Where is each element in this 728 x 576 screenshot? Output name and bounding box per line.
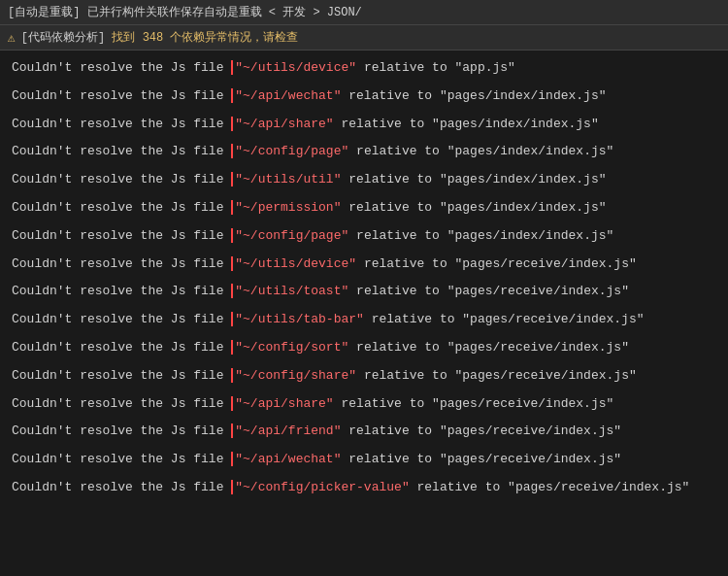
error-middle: relative to — [356, 368, 454, 383]
error-file-path: "~/api/share" — [231, 396, 333, 411]
error-context: "pages/receive/index.js" — [432, 396, 613, 411]
list-item: Couldn't resolve the Js file "~/config/p… — [0, 222, 728, 251]
error-context: "pages/index/index.js" — [447, 228, 614, 243]
list-item: Couldn't resolve the Js file "~/permissi… — [0, 194, 728, 222]
list-item: Couldn't resolve the Js file "~/utils/de… — [0, 251, 728, 279]
error-context: "pages/index/index.js" — [440, 172, 607, 186]
error-file-path: "~/config/sort" — [231, 340, 348, 355]
error-context: "pages/receive/index.js" — [447, 284, 629, 298]
warning-text: [代码依赖分析] 找到 348 个依赖异常情况，请检查 — [21, 29, 299, 46]
error-context: "pages/index/index.js" — [440, 200, 607, 215]
header-title: [自动是重载] 已并行构件关联作保存自动是重载 < 开发 > JSON/ — [8, 6, 362, 19]
error-middle: relative to — [341, 424, 439, 438]
error-file-path: "~/utils/tab-bar" — [231, 312, 364, 326]
error-file-path: "~/config/picker-value" — [231, 480, 409, 494]
error-file-path: "~/utils/device" — [231, 60, 356, 75]
error-file-path: "~/utils/util" — [231, 172, 341, 186]
error-middle: relative to — [341, 452, 439, 466]
error-context: "pages/receive/index.js" — [508, 480, 689, 494]
error-file-path: "~/config/share" — [231, 368, 356, 383]
error-prefix: Couldn't resolve the Js file — [12, 117, 231, 131]
error-prefix: Couldn't resolve the Js file — [12, 284, 231, 298]
error-context: "pages/receive/index.js" — [455, 256, 637, 271]
error-file-path: "~/config/page" — [231, 228, 348, 243]
error-file-path: "~/utils/toast" — [231, 284, 348, 298]
list-item: Couldn't resolve the Js file "~/api/shar… — [0, 390, 728, 419]
error-middle: relative to — [348, 228, 447, 243]
error-file-path: "~/utils/device" — [231, 256, 356, 271]
error-middle: relative to — [341, 88, 439, 103]
error-context: "pages/receive/index.js" — [455, 368, 637, 383]
list-item: Couldn't resolve the Js file "~/api/shar… — [0, 111, 728, 139]
error-middle: relative to — [356, 256, 454, 271]
error-middle: relative to — [356, 60, 454, 75]
error-file-path: "~/api/wechat" — [231, 452, 341, 466]
error-middle: relative to — [334, 117, 432, 131]
error-middle: relative to — [334, 396, 432, 411]
error-middle: relative to — [341, 200, 439, 215]
warning-bar: ⚠ [代码依赖分析] 找到 348 个依赖异常情况，请检查 — [0, 25, 728, 51]
error-prefix: Couldn't resolve the Js file — [12, 480, 231, 494]
error-prefix: Couldn't resolve the Js file — [12, 424, 231, 438]
error-context: "pages/index/index.js" — [440, 88, 607, 103]
error-file-path: "~/api/friend" — [231, 424, 341, 438]
list-item: Couldn't resolve the Js file "~/config/p… — [0, 474, 728, 502]
list-item: Couldn't resolve the Js file "~/api/wech… — [0, 446, 728, 474]
error-middle: relative to — [410, 480, 508, 494]
error-context: "pages/index/index.js" — [432, 117, 599, 131]
header-bar: [自动是重载] 已并行构件关联作保存自动是重载 < 开发 > JSON/ — [0, 0, 728, 25]
list-item: Couldn't resolve the Js file "~/utils/ta… — [0, 306, 728, 334]
error-context: "pages/index/index.js" — [447, 144, 614, 158]
error-prefix: Couldn't resolve the Js file — [12, 368, 231, 383]
error-list[interactable]: Couldn't resolve the Js file "~/utils/de… — [0, 51, 728, 576]
error-context: "pages/receive/index.js" — [440, 452, 621, 466]
error-middle: relative to — [341, 172, 439, 186]
error-prefix: Couldn't resolve the Js file — [12, 60, 231, 75]
list-item: Couldn't resolve the Js file "~/config/s… — [0, 362, 728, 390]
error-file-path: "~/permission" — [231, 200, 341, 215]
main-container: [自动是重载] 已并行构件关联作保存自动是重载 < 开发 > JSON/ ⚠ [… — [0, 0, 728, 576]
list-item: Couldn't resolve the Js file "~/config/p… — [0, 138, 728, 166]
error-middle: relative to — [348, 340, 447, 355]
warning-icon: ⚠ — [8, 30, 16, 46]
error-prefix: Couldn't resolve the Js file — [12, 312, 231, 326]
error-context: "pages/receive/index.js" — [447, 340, 629, 355]
list-item: Couldn't resolve the Js file "~/api/wech… — [0, 83, 728, 111]
list-item: Couldn't resolve the Js file "~/api/frie… — [0, 418, 728, 446]
error-prefix: Couldn't resolve the Js file — [12, 228, 231, 243]
error-prefix: Couldn't resolve the Js file — [12, 144, 231, 158]
error-prefix: Couldn't resolve the Js file — [12, 172, 231, 186]
error-context: "pages/receive/index.js" — [440, 424, 621, 438]
error-file-path: "~/config/page" — [231, 144, 348, 158]
error-context: "app.js" — [455, 60, 515, 75]
error-middle: relative to — [348, 144, 447, 158]
error-prefix: Couldn't resolve the Js file — [12, 88, 231, 103]
error-prefix: Couldn't resolve the Js file — [12, 200, 231, 215]
error-context: "pages/receive/index.js" — [462, 312, 644, 326]
error-prefix: Couldn't resolve the Js file — [12, 396, 231, 411]
list-item: Couldn't resolve the Js file "~/utils/to… — [0, 278, 728, 306]
error-middle: relative to — [364, 312, 462, 326]
warning-prefix: [代码依赖分析] — [21, 31, 105, 45]
list-item: Couldn't resolve the Js file "~/utils/ut… — [0, 166, 728, 194]
list-item: Couldn't resolve the Js file "~/config/s… — [0, 334, 728, 362]
warning-description: 找到 348 个依赖异常情况，请检查 — [105, 31, 298, 45]
error-middle: relative to — [348, 284, 447, 298]
error-file-path: "~/api/wechat" — [231, 88, 341, 103]
list-item: Couldn't resolve the Js file "~/utils/de… — [0, 54, 728, 83]
error-file-path: "~/api/share" — [231, 117, 333, 131]
error-prefix: Couldn't resolve the Js file — [12, 340, 231, 355]
error-prefix: Couldn't resolve the Js file — [12, 452, 231, 466]
error-prefix: Couldn't resolve the Js file — [12, 256, 231, 271]
